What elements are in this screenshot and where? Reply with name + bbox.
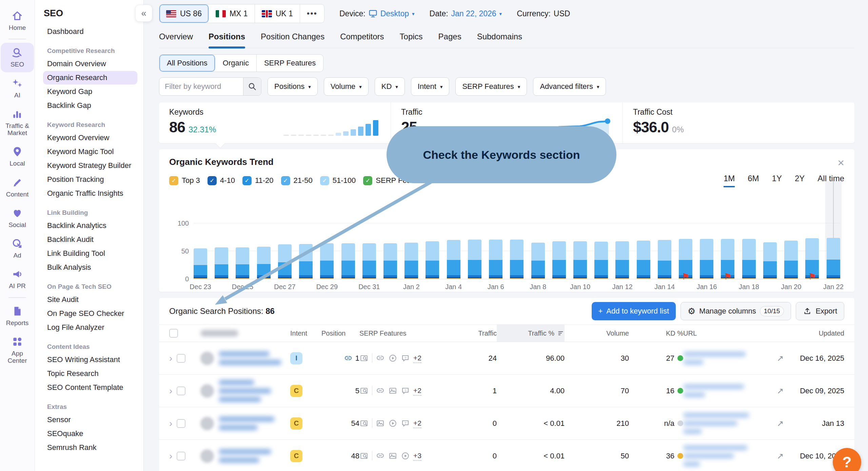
sidebar-item-site-audit[interactable]: Site Audit <box>43 293 137 306</box>
stacked-bar-dec-24[interactable] <box>215 247 228 279</box>
legend-checkbox-11-20[interactable]: ✓ 11-20 <box>242 176 274 185</box>
rail-item-aipr[interactable]: AI PR <box>1 264 34 294</box>
expand-row-icon[interactable]: › <box>169 419 172 428</box>
sidebar-item-position-tracking[interactable]: Position Tracking <box>43 173 137 186</box>
column-header-kd-[interactable]: KD % <box>629 325 683 342</box>
sidebar-item-log-file-analyzer[interactable]: Log File Analyzer <box>43 321 137 334</box>
serp-image-icon[interactable] <box>388 386 397 395</box>
rail-item-home[interactable]: Home <box>1 6 34 35</box>
filter-dropdown-advanced-filters[interactable]: Advanced filters▾ <box>533 77 606 96</box>
country-tab-mx[interactable]: MX 1 <box>209 4 255 23</box>
export-button[interactable]: Export <box>796 302 844 320</box>
more-countries-button[interactable]: ••• <box>300 4 324 23</box>
column-header-serp-features[interactable]: SERP Features <box>359 325 441 342</box>
sidebar-item-backlink-gap[interactable]: Backlink Gap <box>43 99 137 112</box>
serp-video-icon[interactable] <box>401 451 410 460</box>
external-link-icon[interactable]: ↗ <box>777 451 784 461</box>
range-1m[interactable]: 1M <box>724 174 735 187</box>
tab-overview[interactable]: Overview <box>159 32 193 48</box>
legend-checkbox-4-10[interactable]: ✓ 4-10 <box>208 176 235 185</box>
position-link-icon[interactable] <box>344 354 353 363</box>
stacked-bar-jan-2[interactable] <box>405 243 418 279</box>
serp-video-icon[interactable] <box>388 354 397 363</box>
intent-badge-I[interactable]: I <box>290 352 302 364</box>
url-cell[interactable]: ↗ <box>683 445 785 467</box>
range-2y[interactable]: 2Y <box>795 174 805 186</box>
external-link-icon[interactable]: ↗ <box>777 419 784 428</box>
stacked-bar-jan-7[interactable] <box>510 240 524 279</box>
google-update-flag-icon[interactable]: ⚑ <box>808 272 816 281</box>
sidebar-item-keyword-overview[interactable]: Keyword Overview <box>43 131 137 145</box>
sidebar-item-backlink-analytics[interactable]: Backlink Analytics <box>43 219 137 232</box>
serp-more-count[interactable]: +2 <box>413 353 421 363</box>
range-6m[interactable]: 6M <box>748 174 759 186</box>
expand-row-icon[interactable]: › <box>169 354 172 363</box>
table-row[interactable]: ›C48+30< 0.015036↗Dec 10, 2025 <box>159 440 854 471</box>
keyword-filter-input[interactable] <box>159 78 243 95</box>
rail-item-local[interactable]: Local <box>1 142 34 171</box>
legend-checkbox-top-3[interactable]: ✓ Top 3 <box>169 176 200 185</box>
add-to-keyword-list-button[interactable]: + Add to keyword list <box>592 302 676 320</box>
sidebar-item-semrush-rank[interactable]: Semrush Rank <box>43 441 137 454</box>
stacked-bar-dec-27[interactable] <box>278 244 292 279</box>
sidebar-item-keyword-magic-tool[interactable]: Keyword Magic Tool <box>43 145 137 158</box>
filter-dropdown-intent[interactable]: Intent▾ <box>411 77 450 96</box>
rail-item-social[interactable]: Social <box>1 203 34 232</box>
serp-link-icon[interactable] <box>376 451 385 460</box>
stacked-bar-jan-18[interactable] <box>742 239 756 279</box>
stacked-bar-jan-9[interactable] <box>552 241 566 279</box>
stacked-bar-dec-28[interactable] <box>299 244 313 279</box>
tab-position-changes[interactable]: Position Changes <box>261 32 324 48</box>
url-cell[interactable]: ↗ <box>683 352 785 365</box>
country-tab-us[interactable]: US 86 <box>159 4 209 23</box>
filter-dropdown-kd[interactable]: KD▾ <box>375 77 405 96</box>
serp-link-icon[interactable] <box>376 386 385 395</box>
expand-row-icon[interactable]: › <box>169 386 172 396</box>
serp-faq-icon[interactable]: ? <box>401 386 410 395</box>
stacked-bar-jan-11[interactable] <box>594 242 608 279</box>
table-row[interactable]: ›C54?+20< 0.01210n/a↗Jan 13 <box>159 407 854 440</box>
column-header-position[interactable]: Position <box>321 325 359 342</box>
stacked-bar-jan-4[interactable] <box>447 240 460 279</box>
subtab-serp-features[interactable]: SERP Features <box>257 55 323 72</box>
row-checkbox[interactable] <box>177 387 185 395</box>
keyword-cell[interactable] <box>200 449 290 463</box>
legend-checkbox-21-50[interactable]: ✓ 21-50 <box>281 176 313 185</box>
stacked-bar-jan-12[interactable] <box>615 241 629 279</box>
close-icon[interactable]: × <box>837 157 844 168</box>
column-header-traffic[interactable]: Traffic <box>441 325 497 342</box>
serp-link-icon[interactable] <box>376 354 385 363</box>
metric-keywords[interactable]: Keywords 86 32.31% <box>159 102 391 143</box>
stacked-bar-jan-14[interactable] <box>658 240 671 279</box>
stacked-bar-jan-8[interactable] <box>531 243 545 279</box>
sidebar-item-topic-research[interactable]: Topic Research <box>43 367 137 380</box>
search-button[interactable] <box>243 78 261 95</box>
sidebar-item-seo-writing-assistant[interactable]: SEO Writing Assistant <box>43 353 137 366</box>
sidebar-item-link-building-tool[interactable]: Link Building Tool <box>43 247 137 260</box>
keyword-cell[interactable] <box>200 416 290 430</box>
rail-item-ad[interactable]: Ad <box>1 234 34 263</box>
date-selector[interactable]: Date: Jan 22, 2026 ▾ <box>430 9 502 18</box>
column-header-keyword[interactable] <box>200 325 290 342</box>
manage-columns-button[interactable]: ⚙ Manage columns 10/15 <box>680 302 791 320</box>
country-tab-uk[interactable]: UK 1 <box>255 4 300 23</box>
column-header-traffic-[interactable]: Traffic % <box>497 325 565 342</box>
tab-competitors[interactable]: Competitors <box>340 32 384 48</box>
filter-dropdown-serp-features[interactable]: SERP Features▾ <box>455 77 527 96</box>
serp-more-count[interactable]: +3 <box>413 451 421 461</box>
intent-badge-C[interactable]: C <box>290 417 302 430</box>
sidebar-item-sensor[interactable]: Sensor <box>43 413 137 427</box>
sidebar-item-organic-research[interactable]: Organic Research <box>43 71 137 84</box>
rail-item-ai[interactable]: AI <box>1 74 34 103</box>
serp-image-icon[interactable] <box>388 451 397 460</box>
sidebar-item-keyword-gap[interactable]: Keyword Gap <box>43 85 137 98</box>
row-checkbox[interactable] <box>177 354 185 363</box>
stacked-bar-dec-26[interactable] <box>257 247 271 279</box>
rail-item-content[interactable]: Content <box>1 173 34 202</box>
serp-sitelinks-icon[interactable] <box>359 354 369 363</box>
expand-row-icon[interactable]: › <box>169 451 172 461</box>
filter-dropdown-positions[interactable]: Positions▾ <box>268 77 318 96</box>
sidebar-item-backlink-audit[interactable]: Backlink Audit <box>43 233 137 246</box>
keyword-cell[interactable] <box>200 351 290 365</box>
rail-item-appcenter[interactable]: App Center <box>1 332 34 369</box>
